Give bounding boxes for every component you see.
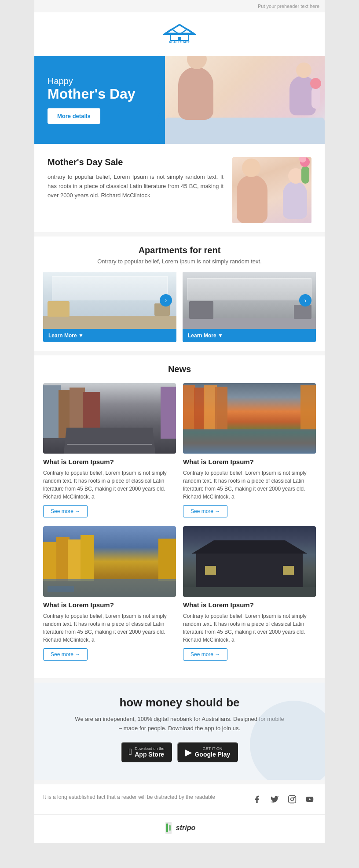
see-more-button-1[interactable]: See more → — [43, 505, 88, 517]
apartments-subtitle: Ontrary to popular belief, Lorem Ipsum i… — [43, 258, 316, 265]
googleplay-name: Google Play — [194, 751, 230, 758]
app-bg-shape — [250, 701, 325, 780]
apartments-section: Apartments for rent Ontrary to popular b… — [34, 236, 325, 351]
hero-title: Mother's Day — [48, 86, 136, 102]
apartment-card-2: › Learn More ▼ — [183, 272, 316, 342]
svg-rect-11 — [166, 824, 168, 832]
svg-rect-6 — [289, 795, 296, 803]
svg-point-7 — [291, 798, 294, 801]
app-section: how money should be We are an independen… — [34, 683, 325, 780]
apartment-image-1: › — [43, 272, 176, 329]
news-item-4-body: Contrary to popular belief, Lorem Ipsum … — [183, 612, 316, 644]
email-wrapper: Put your preheader text here REAL ESTATE… — [34, 0, 325, 843]
see-more-button-4[interactable]: See more → — [183, 648, 227, 661]
news-grid: What is Lorem Ipsum? Contrary to popular… — [43, 383, 316, 669]
facebook-icon[interactable] — [251, 793, 263, 805]
news-item-4: What is Lorem Ipsum? Contrary to popular… — [183, 526, 316, 661]
footer-text: It is a long established fact that a rea… — [43, 793, 242, 801]
news-item-2-body: Contrary to popular belief, Lorem Ipsum … — [183, 469, 316, 501]
preheader-label: Put your preheader text here — [258, 4, 319, 9]
news-item-1: What is Lorem Ipsum? Contrary to popular… — [43, 383, 176, 517]
apt-learn-more-1[interactable]: Learn More ▼ — [43, 329, 176, 342]
news-image-1 — [43, 383, 176, 454]
svg-marker-0 — [165, 25, 194, 33]
hero-banner: Happy Mother's Day More details — [34, 56, 325, 144]
apartments-title: Apartments for rent — [43, 245, 316, 255]
googleplay-button[interactable]: ▶ GET IT ON Google Play — [177, 742, 238, 762]
apt-learn-more-2[interactable]: Learn More ▼ — [183, 329, 316, 342]
sale-body: ontrary to popular belief, Lorem Ipsum i… — [48, 173, 223, 200]
svg-point-8 — [294, 797, 295, 798]
apt-arrow-1: › — [160, 294, 172, 307]
app-title: how money should be — [52, 696, 307, 709]
see-more-button-3[interactable]: See more → — [43, 648, 88, 661]
apartment-image-2: › — [183, 272, 316, 329]
stripo-logo: stripo — [164, 822, 195, 834]
news-image-3 — [43, 526, 176, 597]
news-item-1-title: What is Lorem Ipsum? — [43, 458, 176, 465]
sale-image — [232, 157, 311, 223]
apt-photo-1 — [43, 272, 176, 329]
googleplay-label: GET IT ON — [194, 746, 230, 751]
news-col-right: What is Lorem Ipsum? Contrary to popular… — [183, 383, 316, 669]
news-item-3: What is Lorem Ipsum? Contrary to popular… — [43, 526, 176, 661]
apartments-grid: › Learn More ▼ › L — [43, 272, 316, 342]
logo-section: REAL ESTATE — [34, 12, 325, 56]
stripo-footer: stripo — [34, 814, 325, 843]
hero-image-area — [165, 56, 325, 144]
footer-section: It is a long established fact that a rea… — [34, 784, 325, 814]
youtube-icon[interactable] — [304, 793, 316, 805]
logo-icon: REAL ESTATE — [162, 21, 197, 47]
svg-rect-4 — [178, 37, 181, 41]
google-play-icon: ▶ — [185, 747, 192, 757]
instagram-icon[interactable] — [286, 793, 298, 805]
news-item-3-title: What is Lorem Ipsum? — [43, 601, 176, 609]
appstore-name: App Store — [135, 751, 165, 758]
news-image-2 — [183, 383, 316, 454]
news-col-left: What is Lorem Ipsum? Contrary to popular… — [43, 383, 176, 669]
sale-section: Mother's Day Sale ontrary to popular bel… — [34, 144, 325, 232]
news-title: News — [43, 364, 316, 374]
sale-text: Mother's Day Sale ontrary to popular bel… — [48, 157, 223, 200]
more-details-button[interactable]: More details — [48, 108, 100, 124]
svg-text:REAL ESTATE: REAL ESTATE — [169, 41, 190, 44]
news-item-2-title: What is Lorem Ipsum? — [183, 458, 316, 465]
svg-rect-12 — [169, 825, 171, 831]
news-item-1-body: Contrary to popular belief, Lorem Ipsum … — [43, 469, 176, 501]
see-more-button-2[interactable]: See more → — [183, 505, 227, 517]
news-image-4 — [183, 526, 316, 597]
appstore-label: Download on the — [135, 746, 165, 751]
hero-happy-text: Happy — [48, 76, 136, 86]
appstore-button[interactable]:  Download on the App Store — [121, 742, 172, 762]
news-item-2: What is Lorem Ipsum? Contrary to popular… — [183, 383, 316, 517]
hero-content: Happy Mother's Day More details — [34, 63, 149, 137]
apple-icon:  — [129, 747, 132, 757]
apt-arrow-2: › — [299, 294, 311, 307]
preheader-text: Put your preheader text here — [34, 0, 325, 12]
footer-social — [251, 793, 316, 805]
news-item-3-body: Contrary to popular belief, Lorem Ipsum … — [43, 612, 176, 644]
sale-title: Mother's Day Sale — [48, 157, 223, 167]
news-item-4-title: What is Lorem Ipsum? — [183, 601, 316, 609]
stripo-label: stripo — [176, 824, 195, 832]
apt-photo-2 — [183, 272, 316, 329]
news-section: News — [34, 355, 325, 678]
twitter-icon[interactable] — [268, 793, 281, 805]
apartment-card-1: › Learn More ▼ — [43, 272, 176, 342]
